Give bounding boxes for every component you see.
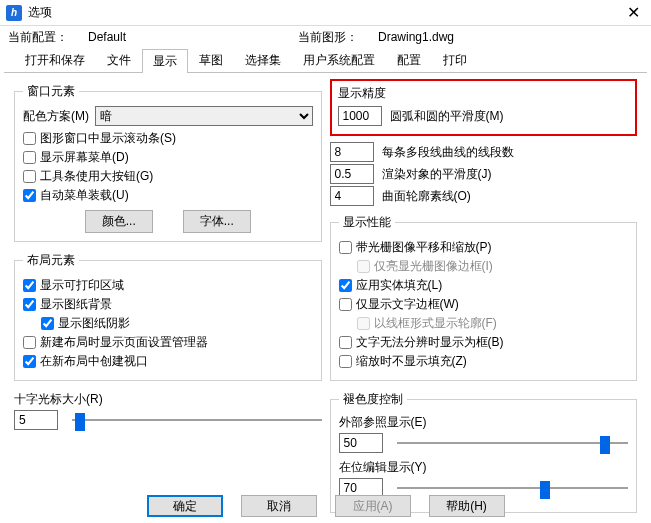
crosshair-slider[interactable]: [72, 410, 322, 430]
chk-paper-bg[interactable]: 显示图纸背景: [23, 296, 313, 313]
legend-window-elements: 窗口元素: [23, 83, 79, 100]
chk-screen-menu[interactable]: 显示屏幕菜单(D): [23, 149, 313, 166]
xref-fade-label: 外部参照显示(E): [339, 414, 629, 431]
polyline-seg-input[interactable]: [330, 142, 374, 162]
chk-solid-fill[interactable]: 应用实体填充(L): [339, 277, 629, 294]
color-scheme-label: 配色方案(M): [23, 108, 89, 125]
chk-no-fill-zoom[interactable]: 缩放时不显示填充(Z): [339, 353, 629, 370]
help-button[interactable]: 帮助(H): [429, 495, 505, 517]
legend-display-precision: 显示精度: [338, 85, 630, 102]
color-scheme-select[interactable]: 暗: [95, 106, 313, 126]
chk-page-setup-mgr[interactable]: 新建布局时显示页面设置管理器: [23, 334, 313, 351]
arc-smooth-label: 圆弧和圆的平滑度(M): [390, 108, 504, 125]
chk-auto-menu[interactable]: 自动菜单装载(U): [23, 187, 313, 204]
crosshair-label: 十字光标大小(R): [14, 391, 322, 408]
chk-raster-pan[interactable]: 带光栅图像平移和缩放(P): [339, 239, 629, 256]
cur-drawing-label: 当前图形：: [298, 29, 378, 46]
chk-paper-shadow[interactable]: 显示图纸阴影: [41, 315, 313, 332]
cur-config-label: 当前配置：: [8, 29, 88, 46]
chk-wireframe-outline: 以线框形式显示轮廓(F): [357, 315, 629, 332]
app-icon: h: [6, 5, 22, 21]
xref-fade-slider[interactable]: [397, 433, 629, 453]
chk-create-viewport[interactable]: 在新布局中创建视口: [23, 353, 313, 370]
chk-text-as-box[interactable]: 文字无法分辨时显示为框(B): [339, 334, 629, 351]
tab-profile[interactable]: 配置: [386, 48, 432, 72]
chk-text-frame[interactable]: 仅显示文字边框(W): [339, 296, 629, 313]
tab-bar: 打开和保存 文件 显示 草图 选择集 用户系统配置 配置 打印: [4, 48, 647, 73]
group-display-precision: 显示精度 圆弧和圆的平滑度(M): [330, 79, 638, 136]
tab-selection[interactable]: 选择集: [234, 48, 292, 72]
tab-display[interactable]: 显示: [142, 49, 188, 73]
dialog-footer: 确定 取消 应用(A) 帮助(H): [0, 495, 651, 517]
ok-button[interactable]: 确定: [147, 495, 223, 517]
cur-drawing-value: Drawing1.dwg: [378, 30, 454, 44]
contour-lines-input[interactable]: [330, 186, 374, 206]
colors-button[interactable]: 颜色...: [85, 210, 153, 233]
chk-scrollbars[interactable]: 图形窗口中显示滚动条(S): [23, 130, 313, 147]
legend-fade-control: 褪色度控制: [339, 391, 407, 408]
render-smooth-input[interactable]: [330, 164, 374, 184]
xref-fade-input[interactable]: [339, 433, 383, 453]
group-layout-elements: 布局元素 显示可打印区域 显示图纸背景 显示图纸阴影 新建布局时显示页面设置管理…: [14, 252, 322, 381]
window-title: 选项: [28, 4, 621, 21]
arc-smooth-input[interactable]: [338, 106, 382, 126]
contour-lines-label: 曲面轮廓素线(O): [382, 188, 471, 205]
tab-files[interactable]: 文件: [96, 48, 142, 72]
fonts-button[interactable]: 字体...: [183, 210, 251, 233]
apply-button: 应用(A): [335, 495, 411, 517]
chk-large-buttons[interactable]: 工具条使用大按钮(G): [23, 168, 313, 185]
crosshair-input[interactable]: [14, 410, 58, 430]
group-window-elements: 窗口元素 配色方案(M) 暗 图形窗口中显示滚动条(S) 显示屏幕菜单(D) 工…: [14, 83, 322, 242]
legend-display-performance: 显示性能: [339, 214, 395, 231]
chk-printable-area[interactable]: 显示可打印区域: [23, 277, 313, 294]
chk-raster-frame: 仅亮显光栅图像边框(I): [357, 258, 629, 275]
cancel-button[interactable]: 取消: [241, 495, 317, 517]
polyline-seg-label: 每条多段线曲线的线段数: [382, 144, 514, 161]
tab-print[interactable]: 打印: [432, 48, 478, 72]
tab-sketch[interactable]: 草图: [188, 48, 234, 72]
tab-open-save[interactable]: 打开和保存: [14, 48, 96, 72]
legend-layout-elements: 布局元素: [23, 252, 79, 269]
render-smooth-label: 渲染对象的平滑度(J): [382, 166, 492, 183]
close-icon[interactable]: ✕: [621, 1, 645, 25]
inplace-fade-label: 在位编辑显示(Y): [339, 459, 629, 476]
group-display-performance: 显示性能 带光栅图像平移和缩放(P) 仅亮显光栅图像边框(I) 应用实体填充(L…: [330, 214, 638, 381]
cur-config-value: Default: [88, 30, 248, 44]
tab-user-system[interactable]: 用户系统配置: [292, 48, 386, 72]
